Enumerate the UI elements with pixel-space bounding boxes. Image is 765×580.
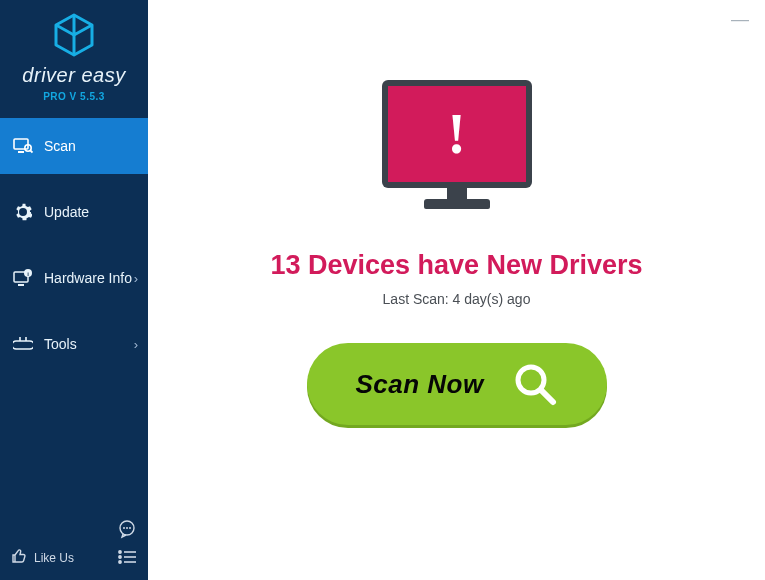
nav-label: Update — [44, 204, 89, 220]
brand-version: PRO V 5.5.3 — [14, 91, 134, 102]
nav-label: Scan — [44, 138, 76, 154]
svg-point-14 — [119, 556, 121, 558]
status-headline: 13 Devices have New Drivers — [270, 250, 642, 281]
monitor-screen: ! — [388, 86, 526, 182]
chevron-right-icon: › — [134, 271, 138, 286]
logo-icon — [50, 12, 98, 58]
nav-item-tools[interactable]: Tools › — [0, 316, 148, 372]
feedback-chat-icon[interactable] — [116, 518, 138, 540]
footer-icons — [116, 518, 138, 568]
svg-line-3 — [30, 150, 32, 152]
nav-label: Tools — [44, 336, 77, 352]
sidebar: driver easy PRO V 5.5.3 Scan Update i — [0, 0, 148, 580]
brand-name: driver easy — [14, 64, 134, 87]
svg-point-16 — [119, 561, 121, 563]
svg-point-11 — [129, 527, 131, 529]
like-us-label: Like Us — [34, 551, 74, 565]
nav-item-scan[interactable]: Scan — [0, 118, 148, 174]
window-minimize-button[interactable]: — — [731, 10, 749, 28]
monitor-frame: ! — [382, 80, 532, 188]
menu-list-icon[interactable] — [116, 546, 138, 568]
chevron-right-icon: › — [134, 337, 138, 352]
nav-label: Hardware Info — [44, 270, 132, 286]
svg-line-19 — [541, 390, 553, 402]
alert-monitor-graphic: ! — [382, 80, 532, 220]
svg-point-9 — [123, 527, 125, 529]
nav-item-update[interactable]: Update — [0, 184, 148, 240]
nav-item-hardware-info[interactable]: i Hardware Info › — [0, 250, 148, 306]
logo-block: driver easy PRO V 5.5.3 — [0, 0, 148, 112]
svg-rect-0 — [14, 139, 28, 149]
monitor-base — [424, 199, 490, 209]
app-window: driver easy PRO V 5.5.3 Scan Update i — [0, 0, 765, 580]
nav: Scan Update i Hardware Info › — [0, 118, 148, 372]
scan-monitor-icon — [12, 138, 34, 154]
scan-now-button[interactable]: Scan Now — [307, 343, 607, 425]
gear-icon — [12, 203, 34, 221]
magnifier-icon — [512, 361, 558, 407]
thumbs-up-icon — [10, 547, 28, 568]
svg-point-12 — [119, 551, 121, 553]
sidebar-footer: Like Us — [0, 510, 148, 580]
like-us-button[interactable]: Like Us — [10, 547, 74, 568]
main-panel: — ! 13 Devices have New Drivers Last Sca… — [148, 0, 765, 580]
svg-rect-1 — [18, 151, 24, 153]
svg-rect-5 — [18, 284, 24, 286]
tools-icon — [12, 335, 34, 353]
center-area: ! 13 Devices have New Drivers Last Scan:… — [148, 0, 765, 425]
exclamation-icon: ! — [447, 102, 466, 166]
hardware-info-icon: i — [12, 269, 34, 287]
svg-point-10 — [126, 527, 128, 529]
scan-now-label: Scan Now — [355, 369, 483, 400]
last-scan-text: Last Scan: 4 day(s) ago — [383, 291, 531, 307]
